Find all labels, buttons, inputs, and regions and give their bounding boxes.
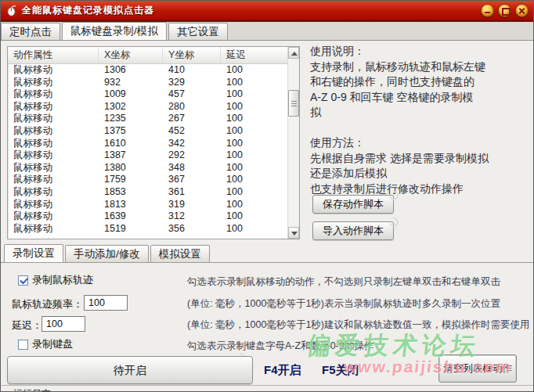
delay-label: 延迟： [12,318,42,333]
record-keyboard-checkbox[interactable] [18,340,28,350]
maximize-icon[interactable] [498,4,511,17]
clear-list-button[interactable]: 清空列表框动作 [438,354,517,383]
record-track-row: 录制鼠标轨迹 [18,273,93,287]
table-cell: 100 [221,77,287,89]
table-cell: 1853 [99,186,163,199]
column-header-action[interactable]: 动作属性 [8,47,99,63]
save-script-button[interactable]: 保存动作脚本 [312,195,394,214]
table-cell: 鼠标移动 [8,199,99,211]
hotkey-start-label: F4开启 [264,363,301,378]
close-icon[interactable] [515,4,529,17]
table-row[interactable]: 鼠标移动1306410100 [8,64,287,77]
table-row[interactable]: 鼠标移动1853361100 [8,186,287,199]
table-row[interactable]: 鼠标移动1759367100 [8,174,287,186]
table-cell: 鼠标移动 [8,125,99,138]
table-row[interactable]: 鼠标移动1813319100 [8,199,287,211]
table-cell: 1302 [99,101,163,113]
column-header-x[interactable]: X坐标 [99,47,163,63]
table-cell: 356 [163,223,221,236]
column-header-y[interactable]: Y坐标 [163,47,221,63]
table-row[interactable]: 鼠标移动1235267100 [8,113,287,125]
delay-hint: (单位: 毫秒，1000毫秒等于1秒)建议和鼠标轨迹数值一致，模拟操作时需要使用 [187,318,530,332]
table-cell: 鼠标移动 [8,174,99,186]
table-cell: 鼠标移动 [8,101,99,113]
instructions-text: 使用说明： 支持录制，鼠标移动轨迹和鼠标左键 和右键的操作，同时也支持键盘的 A… [310,44,531,196]
table-cell: 鼠标移动 [8,113,99,125]
app-window: 全能鼠标键盘记录模拟点击器 定时点击 鼠标键盘录制/模拟 其它设置 动作属性 X… [0,0,534,392]
table-cell: 1235 [99,113,163,125]
delay-input[interactable] [41,316,85,332]
table-cell: 1610 [99,138,163,150]
table-row[interactable]: 鼠标移动1009457100 [8,88,287,101]
tab-record-simulate[interactable]: 鼠标键盘录制/模拟 [62,22,167,40]
table-cell: 100 [221,88,287,101]
record-track-label: 录制鼠标轨迹 [32,273,93,287]
table-row[interactable]: 鼠标移动1387292100 [8,149,287,162]
table-row[interactable]: 鼠标移动1519356100 [8,223,287,236]
table-cell: 鼠标移动 [8,64,99,77]
track-frequency-hint: (单位: 毫秒，1000毫秒等于1秒)表示当录制鼠标轨迹时多久录制一次位置 [187,297,500,311]
record-keyboard-row: 录制键盘 [18,337,73,351]
table-cell: 100 [221,199,287,211]
table-cell: 292 [163,149,221,162]
table-cell: 1759 [99,174,163,186]
import-script-button[interactable]: 导入动作脚本 [312,221,394,240]
table-cell: 100 [221,138,287,150]
list-scrollbar[interactable] [287,47,299,239]
table-cell: 1380 [99,162,163,174]
table-cell: 1306 [99,64,163,77]
table-cell: 100 [221,149,287,162]
tab-other-settings[interactable]: 其它设置 [168,23,228,40]
table-cell: 鼠标移动 [8,223,99,236]
table-cell: 319 [163,199,221,211]
table-row[interactable]: 鼠标移动1639312100 [8,210,287,223]
tab-timed-click[interactable]: 定时点击 [1,23,60,40]
action-list-header: 动作属性 X坐标 Y坐标 延迟 [8,47,287,64]
track-frequency-label: 鼠标轨迹频率： [12,297,83,311]
record-track-checkbox[interactable] [18,275,28,286]
table-row[interactable]: 鼠标移动1302280100 [8,101,287,113]
column-header-delay[interactable]: 延迟 [221,47,287,63]
settings-tab-strip: 录制设置 手动添加/修改 模拟设置 [1,244,533,263]
table-cell: 鼠标移动 [8,88,99,101]
table-cell: 410 [163,64,221,77]
table-body: 鼠标移动1306410100鼠标移动932329100鼠标移动100945710… [8,64,287,239]
action-list: 动作属性 X坐标 Y坐标 延迟 鼠标移动1306410100鼠标移动932329… [7,46,300,239]
tab-simulate-settings[interactable]: 模拟设置 [150,245,210,262]
tab-manual-edit[interactable]: 手动添加/修改 [65,245,149,262]
table-row[interactable]: 鼠标移动932329100 [8,77,287,89]
track-frequency-input[interactable] [84,295,128,311]
scroll-down-icon[interactable] [288,227,299,239]
tab-page-divider [1,40,533,41]
table-cell: 100 [221,101,287,113]
window-controls [481,4,529,17]
table-cell: 367 [163,174,221,186]
table-row[interactable]: 鼠标移动1380348100 [8,162,287,174]
run-log-label: 运行日志 [13,387,51,392]
table-row[interactable]: 鼠标移动1610342100 [8,138,287,150]
record-keyboard-label: 录制键盘 [32,337,73,351]
record-track-hint: 勾选表示录制鼠标移动的动作，不勾选则只录制左键单双击和右键单双击 [187,275,500,289]
title-bar[interactable]: 全能鼠标键盘记录模拟点击器 [1,1,533,20]
record-keyboard-hint: 勾选表示录制键盘字母A-Z和数字0-9的操作 [187,340,373,353]
table-cell: 鼠标移动 [8,162,99,174]
table-cell: 932 [99,77,163,89]
table-cell: 452 [163,125,221,138]
scroll-up-icon[interactable] [288,47,299,59]
table-cell: 342 [163,138,221,150]
main-tab-strip: 定时点击 鼠标键盘录制/模拟 其它设置 [1,22,533,40]
table-cell: 457 [163,88,221,101]
scrollbar-thumb[interactable] [288,90,299,117]
table-cell: 鼠标移动 [8,186,99,199]
table-cell: 100 [221,223,287,236]
tab-record-settings[interactable]: 录制设置 [4,244,63,262]
app-icon [5,5,17,16]
table-cell: 100 [221,64,287,77]
table-cell: 100 [221,113,287,125]
table-cell: 1387 [99,149,163,162]
table-cell: 1639 [99,210,163,223]
table-row[interactable]: 鼠标移动1375452100 [8,125,287,138]
table-cell: 100 [221,162,287,174]
minimize-icon[interactable] [481,4,494,17]
status-button[interactable]: 待开启 [7,356,253,384]
